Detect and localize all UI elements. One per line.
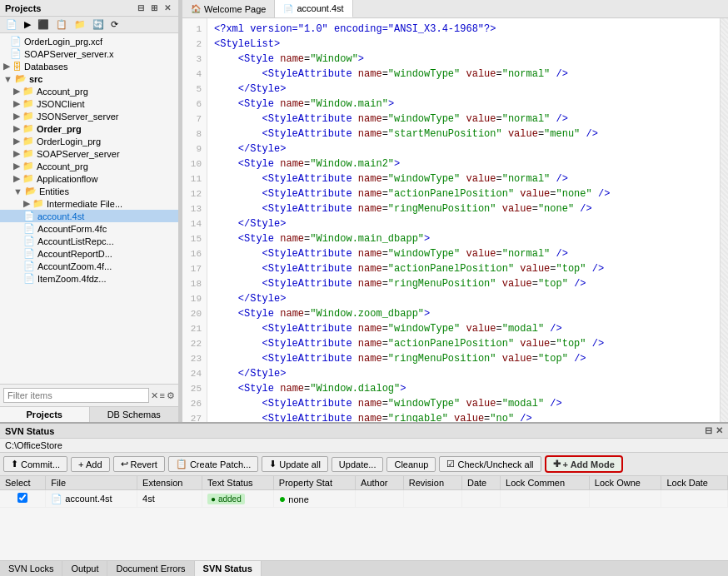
tab-svn-status[interactable]: SVN Status [195,561,262,576]
commit-label: Commit... [21,459,60,469]
row-checkbox[interactable] [17,493,27,503]
create-patch-label: Create Patch... [190,459,251,469]
code-line-19: </Style> [214,291,713,306]
code-line-15: <Style name="Window.main_dbapp"> [214,231,713,246]
code-line-7: <StyleAttribute name="windowType" value=… [214,112,713,127]
close-icon[interactable]: ✕ [162,2,173,13]
debug-button[interactable]: ⬛ [35,18,52,31]
sidebar-toolbar: 📄 ▶ ⬛ 📋 📁 🔄 ⟳ [0,17,178,33]
svn-table-body: 📄 account.4st 4st ● added ● none [0,490,728,508]
panel-close-icon[interactable]: ✕ [716,425,723,436]
file-icon: 📄 [10,48,22,59]
update-all-button[interactable]: ⬇ Update all [262,456,328,472]
check-uncheck-button[interactable]: ☑ Check/Uncheck all [439,456,541,472]
tree-item-account4st[interactable]: 📄 account.4st [0,210,178,222]
cell-select[interactable] [0,490,46,508]
tab-output[interactable]: Output [62,561,107,576]
tree-item-intermediate[interactable]: ▶ 📁 Intermediate File... [0,197,178,210]
tab-welcome[interactable]: 🏠 Welcome Page [182,0,275,17]
tree-item-orderlogin-prg[interactable]: ▶ 📁 OrderLogin_prg [0,135,178,147]
tree-item-itemzoom[interactable]: 📄 ItemZoom.4fdz... [0,272,178,285]
folder-icon: 📁 [22,173,34,184]
collapse-icon: ▶ [13,86,20,97]
tree-item-accountform[interactable]: 📄 AccountForm.4fc [0,222,178,235]
add-button[interactable]: + Add [71,457,109,472]
code-content: <?xml version="1.0" encoding="ANSI_X3.4-… [207,18,720,422]
run-button[interactable]: ▶ [22,18,33,31]
tree-item-soapserver[interactable]: 📄 SOAPServer_server.x [0,47,178,60]
collapse-icon: ▶ [13,161,20,171]
filter-input[interactable] [3,388,149,403]
sidebar-filter-area: ✕ ≡ ⚙ [0,384,178,406]
commit-icon: ⬆ [11,459,18,469]
add-mode-button[interactable]: ✚ + Add Mode [545,455,623,473]
editor-content[interactable]: 1 2 3 4 5 6 7 8 9 10 11 12 13 14 [182,18,728,422]
commit-button[interactable]: ⬆ Commit... [3,456,67,472]
code-editor: 1 2 3 4 5 6 7 8 9 10 11 12 13 14 [182,18,728,422]
svn-path-text: C:\OfficeStore [5,440,62,450]
create-patch-button[interactable]: 📋 Create Patch... [168,456,258,472]
sidebar-tab-projects[interactable]: Projects [0,407,90,422]
tree-item-jsonclient[interactable]: ▶ 📁 JSONClient [0,97,178,110]
sidebar-tree: 📄 OrderLogin_prg.xcf 📄 SOAPServer_server… [0,33,178,384]
revert-button[interactable]: ↩ Revert [113,456,165,472]
new-file-button[interactable]: 📄 [3,18,20,31]
toolbar-btn-7[interactable]: ⟳ [108,18,121,31]
col-revision: Revision [403,476,461,490]
tree-item-accountlistrep[interactable]: 📄 AccountListRepc... [0,235,178,247]
col-date: Date [462,476,501,490]
code-line-12: <StyleAttribute name="actionPanelPositio… [214,186,713,201]
update-all-label: Update all [279,459,321,469]
code-line-1: <?xml version="1.0" encoding="ANSI_X3.4-… [214,22,713,37]
tab-document-errors[interactable]: Document Errors [107,561,194,576]
minimize-icon[interactable]: ⊟ [135,2,147,13]
toolbar-btn-5[interactable]: 📁 [72,18,88,31]
tree-item-entities[interactable]: ▼ 📂 Entities [0,185,178,197]
svn-status-title: SVN Status [5,426,54,436]
tree-item-soapserver-prg[interactable]: ▶ 📁 SOAPServer_server [0,147,178,160]
svn-status-header-left: SVN Status [5,426,54,436]
revert-icon: ↩ [121,459,128,469]
folder-icon: 📁 [22,148,34,159]
col-lock-date: Lock Date [661,476,728,490]
cleanup-button[interactable]: Cleanup [386,457,436,472]
tree-item-accountreportd[interactable]: 📄 AccountReportD... [0,247,178,260]
property-status-dot: ● [279,492,286,505]
sidebar-tab-dbschemas[interactable]: DB Schemas [90,407,179,422]
code-line-21: <StyleAttribute name="windowType" value=… [214,321,713,336]
collapse-icon: ▶ [13,98,20,109]
code-line-5: </Style> [214,82,713,97]
tree-item-account-prg2[interactable]: ▶ 📁 Account_prg [0,160,178,172]
filter-options-icon[interactable]: ≡ [160,390,165,401]
tree-item-applicationflow[interactable]: ▶ 📁 Applicationflow [0,172,178,185]
panel-minimize-icon[interactable]: ⊟ [705,425,712,436]
tree-item-databases[interactable]: ▶ 🗄 Databases [0,60,178,72]
add-label: + Add [78,459,102,469]
editor-area: 🏠 Welcome Page 📄 account.4st 1 2 3 4 5 [182,0,728,422]
svn-table: Select File Extension Text Status Proper… [0,476,728,560]
bottom-tabs: SVN Locks Output Document Errors SVN Sta… [0,560,728,576]
update-button[interactable]: Update... [332,457,384,472]
filter-settings-icon[interactable]: ⚙ [167,390,175,401]
col-author: Author [356,476,404,490]
tree-item-jsonserver[interactable]: ▶ 📁 JSONServer_server [0,110,178,122]
tab-account4st[interactable]: 📄 account.4st [275,0,352,17]
tree-item-order-prg[interactable]: ▶ 📁 Order_prg [0,122,178,135]
check-uncheck-label: Check/Uncheck all [457,459,533,469]
folder-open-icon: 📂 [15,73,27,84]
tab-svn-locks[interactable]: SVN Locks [0,561,62,576]
filter-clear-icon[interactable]: ✕ [151,390,158,401]
svn-table-header-row: Select File Extension Text Status Proper… [0,476,728,490]
cell-lock-owner [589,490,661,508]
tree-item-orderlogin[interactable]: 📄 OrderLogin_prg.xcf [0,35,178,47]
code-line-14: </Style> [214,216,713,231]
tree-item-accountzoom[interactable]: 📄 AccountZoom.4f... [0,260,178,272]
toolbar-btn-4[interactable]: 📋 [53,18,70,31]
col-property-status: Property Stat [273,476,355,490]
maximize-icon[interactable]: ⊞ [148,2,160,13]
add-mode-icon: ✚ [553,459,561,469]
col-lock-comment: Lock Commen [501,476,590,490]
tree-item-account-prg[interactable]: ▶ 📁 Account_prg [0,85,178,97]
sync-button[interactable]: 🔄 [90,18,107,31]
tree-item-src[interactable]: ▼ 📂 src [0,72,178,85]
